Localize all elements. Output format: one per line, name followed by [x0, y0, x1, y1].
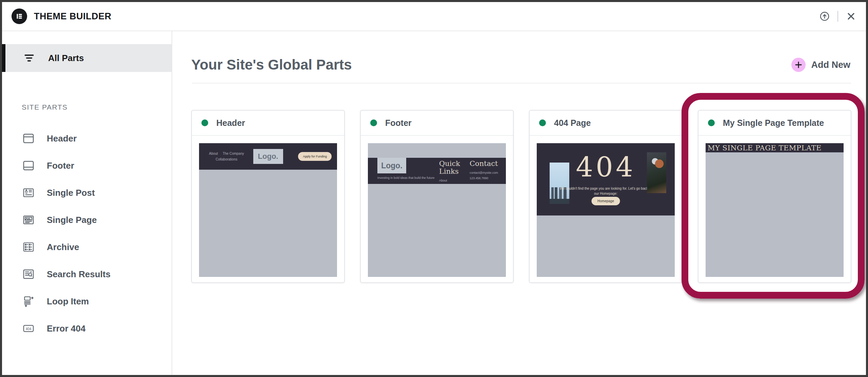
- sidebar-item-header[interactable]: Header: [2, 125, 172, 152]
- single-post-icon: [22, 186, 35, 200]
- card-404-thumbnail: 404 We couldn't find the page you are lo…: [537, 143, 675, 277]
- card-single-page-thumbnail: MY SINGLE PAGE TEMPLATE: [706, 143, 844, 277]
- search-results-icon: [22, 267, 35, 281]
- global-parts-grid: Header About The Company Collaborations: [191, 110, 866, 283]
- thumb-person-photo: [647, 152, 666, 193]
- circle-arrow-up-icon[interactable]: [819, 11, 830, 22]
- sidebar-item-label: Header: [47, 133, 77, 144]
- svg-text:404: 404: [26, 327, 32, 331]
- sidebar-item-label: Search Results: [47, 269, 111, 280]
- footer-icon: [22, 159, 35, 172]
- sidebar-item-all-parts[interactable]: All Parts: [2, 44, 172, 72]
- thumb-tagline: Investing in bold ideas that build the f…: [377, 176, 435, 180]
- sidebar-item-loop-item[interactable]: Loop Item: [2, 288, 172, 315]
- card-my-single-page-template[interactable]: My Single Page Template MY SINGLE PAGE T…: [698, 110, 851, 283]
- thumb-cta-button: Apply for Funding: [298, 152, 332, 161]
- sidebar-item-label: Archive: [47, 242, 79, 252]
- site-parts-section-label: SITE PARTS: [22, 103, 172, 111]
- card-footer[interactable]: Footer Logo. Investing in bold ideas tha…: [360, 110, 514, 283]
- thumb-body-placeholder: [706, 152, 844, 277]
- sidebar-item-archive[interactable]: Archive: [2, 233, 172, 261]
- sidebar: All Parts SITE PARTS Header Footer: [2, 31, 172, 375]
- sidebar-item-footer[interactable]: Footer: [2, 152, 172, 179]
- thumb-logo: Logo.: [253, 149, 283, 164]
- loop-item-icon: [22, 295, 35, 308]
- status-dot: [708, 119, 715, 126]
- thumb-contact-column: Contact contact@mysite.com 123.456.7890: [470, 160, 498, 181]
- heading-divider: [192, 83, 851, 83]
- card-header-thumbnail: About The Company Collaborations Logo. A…: [199, 143, 337, 277]
- sidebar-item-search-results[interactable]: Search Results: [2, 261, 172, 288]
- elementor-logo-icon: [12, 8, 27, 24]
- sidebar-item-label: All Parts: [48, 53, 84, 63]
- thumb-body-placeholder: [368, 143, 506, 158]
- thumb-links-column: Quick Links About: [439, 160, 466, 183]
- status-dot: [201, 119, 208, 126]
- card-404-page[interactable]: 404 Page 404 We couldn't find the page y…: [529, 110, 683, 283]
- sidebar-item-label: Single Post: [47, 188, 95, 198]
- thumb-body-placeholder: [199, 170, 337, 277]
- sidebar-item-single-page[interactable]: Single Page: [2, 206, 172, 233]
- thumb-homepage-button: Homepage: [591, 197, 620, 205]
- card-footer-thumbnail: Logo. Investing in bold ideas that build…: [368, 143, 506, 277]
- sidebar-item-label: Error 404: [47, 323, 85, 334]
- thumb-banner-text: MY SINGLE PAGE TEMPLATE: [706, 143, 844, 152]
- header-icon: [22, 132, 35, 145]
- status-dot: [539, 119, 546, 126]
- filter-icon: [22, 51, 36, 65]
- error-404-icon: 404: [22, 322, 35, 335]
- close-icon[interactable]: [846, 11, 856, 22]
- card-title: My Single Page Template: [723, 118, 824, 128]
- archive-icon: [22, 240, 35, 254]
- sidebar-item-label: Footer: [47, 161, 74, 171]
- card-header[interactable]: Header About The Company Collaborations: [191, 110, 345, 283]
- topbar: THEME BUILDER: [2, 2, 866, 31]
- page-title: Your Site's Global Parts: [191, 57, 352, 73]
- status-dot: [370, 119, 377, 126]
- add-new-label: Add New: [811, 60, 850, 70]
- add-new-button[interactable]: Add New: [791, 58, 850, 72]
- theme-builder-window: THEME BUILDER All Parts SITE PARTS: [0, 0, 868, 377]
- thumb-body-placeholder: [537, 215, 675, 277]
- thumb-body-placeholder: [368, 184, 506, 277]
- sidebar-item-single-post[interactable]: Single Post: [2, 179, 172, 206]
- sidebar-item-label: Single Page: [47, 215, 97, 225]
- sidebar-item-error-404[interactable]: 404 Error 404: [2, 315, 172, 342]
- card-title: Footer: [385, 118, 412, 128]
- card-title: 404 Page: [554, 118, 591, 128]
- thumb-logo: Logo.: [377, 158, 406, 173]
- sidebar-item-label: Loop Item: [47, 296, 89, 307]
- app-title: THEME BUILDER: [34, 11, 112, 22]
- main-panel: Your Site's Global Parts Add New: [172, 31, 866, 375]
- card-title: Header: [216, 118, 245, 128]
- plus-icon: [791, 58, 806, 72]
- thumb-nav-links: About The Company Collaborations: [204, 151, 249, 162]
- single-page-icon: [22, 213, 35, 227]
- topbar-divider: [837, 11, 838, 22]
